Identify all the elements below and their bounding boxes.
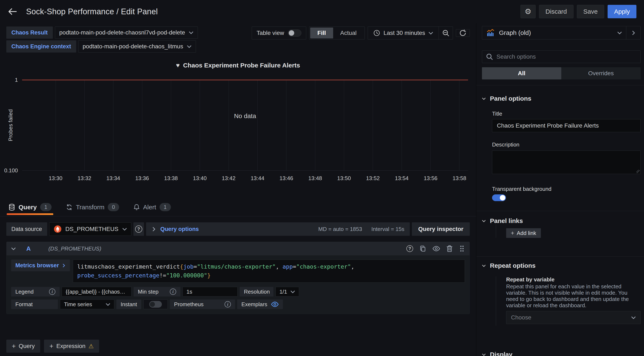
min-step-label: Min step [134,287,180,297]
resolution-label: Resolution [240,287,274,297]
options-search-input[interactable] [496,53,637,60]
promql-query-input[interactable]: litmuschaos_experiment_verdict{job="litm… [73,260,465,283]
gridline [459,80,460,171]
save-button[interactable]: Save [577,5,604,18]
time-range-picker[interactable]: Last 30 minutes [368,27,438,39]
add-link-button[interactable]: Add link [506,228,541,238]
table-view-toggle[interactable] [288,29,302,36]
fill-option[interactable]: Fill [310,27,333,38]
chevron-down-icon [122,228,127,230]
repeat-options-section-header[interactable]: Repeat options [482,262,641,269]
top-navbar: Sock-Shop Performance / Edit Panel Disca… [0,0,644,23]
format-select[interactable]: Time series [60,300,114,309]
y-axis-tick-label: 0.100 [4,167,18,174]
toggle-visibility-icon[interactable] [432,245,440,252]
tab-count-badge: 1 [160,203,171,211]
active-tab-underline [7,213,53,215]
query-help-icon[interactable] [406,245,413,252]
variable-value-dropdown[interactable]: podtato-main-pod-delete-chaos_litmus [78,40,196,52]
alert-threshold-line [22,80,468,80]
add-expression-button[interactable]: Expression [44,340,99,353]
query-options-bar[interactable]: Query options MD = auto = 1853 Interval … [146,222,410,236]
tab-count-badge: 0 [108,203,119,211]
discard-button[interactable]: Discard [539,5,574,18]
delete-query-icon[interactable] [446,245,453,252]
tab-label: Query [18,204,37,211]
promql-token: job [183,263,194,270]
duplicate-query-icon[interactable] [420,245,426,252]
promql-token: probe_success_percentage [77,272,159,279]
actual-option[interactable]: Actual [333,27,364,38]
tab-count-badge: 1 [40,203,52,211]
editor-tabs: Query 1 Transform 0 Alert 1 [0,198,476,216]
chevron-down-icon [290,290,295,293]
promql-token: = [194,263,197,270]
collapse-sidebar-button[interactable] [626,26,640,39]
query-inspector-button[interactable]: Query inspector [412,222,470,236]
instant-toggle[interactable] [149,301,162,308]
promql-token: "chaos-exporter" [296,263,351,270]
tab-alert[interactable]: Alert 1 [132,198,172,216]
help-icon [135,225,142,233]
panel-title-text: Chaos Experiment Probe Failure Alerts [183,62,300,69]
visualization-picker: Graph (old) [482,26,641,39]
dashboard-variable: Chaos Result podtato-main-pod-delete-cha… [6,26,198,39]
repeat-by-variable-label: Repeat by variable [506,276,641,283]
query-options-summary: MD = auto = 1853 Interval = 15s [318,226,404,232]
repeat-variable-select[interactable]: Choose [506,311,641,324]
datasource-picker[interactable]: DS_PROMETHEUS [49,222,131,236]
legend-format-input[interactable] [62,287,132,297]
gridline [402,80,402,171]
time-range-label: Last 30 minutes [384,30,425,36]
format-label: Format [11,300,58,309]
drag-handle-icon[interactable] [459,245,465,252]
display-section-header[interactable]: Display [482,351,641,356]
add-query-button[interactable]: Query [6,340,40,353]
legend-options-row: Legend Min step Resolution 1/1 [11,287,465,297]
promql-token: "litmus/chaos-exporter" [197,263,276,270]
min-step-input[interactable] [182,287,238,297]
time-range-control: Last 30 minutes [368,26,453,39]
tab-transform[interactable]: Transform 0 [64,198,121,216]
panel-settings-button[interactable] [520,5,536,18]
metrics-browser-button[interactable]: Metrics browser [11,260,70,271]
collapse-chevron-icon[interactable] [11,247,16,250]
transparent-background-toggle[interactable] [492,194,506,201]
tab-overrides[interactable]: Overrides [561,67,641,79]
exemplars-eye-icon[interactable] [271,301,279,308]
tab-query[interactable]: Query 1 [7,198,53,216]
datasource-label: Data source [6,222,47,236]
y-axis-title: Probes failed [7,109,14,141]
options-search [482,50,641,63]
panel-options-section-header[interactable]: Panel options [482,95,641,102]
chart-plot-area[interactable]: No data 1 0.100 Probes failed 13:3013:32… [22,80,468,171]
back-button[interactable] [8,7,17,16]
title-label: Title [492,111,641,117]
resolution-select[interactable]: 1/1 [276,287,299,297]
info-icon [170,289,176,295]
panel-links-section-header[interactable]: Panel links [482,217,641,224]
panel-title-input[interactable] [492,119,641,132]
chevron-down-icon [189,31,194,34]
promql-token: { [180,263,183,270]
panel-options-sidebar: Graph (old) All Overrides Panel options … [476,23,644,356]
visualization-select[interactable]: Graph (old) [482,26,626,39]
gridline [142,80,142,171]
query-ref-id[interactable]: A [26,245,31,252]
apply-button[interactable]: Apply [608,5,636,18]
chevron-down-icon [482,220,486,222]
datasource-help-button[interactable] [134,222,144,236]
database-icon [8,204,15,211]
promql-token: , [351,263,354,270]
repeat-description: Repeat this panel for each value in the … [506,283,641,309]
gridline [373,80,373,171]
zoom-out-button[interactable] [439,27,453,39]
variable-value-dropdown[interactable]: podtato-main-pod-delete-chaosnl7vd-pod-d… [55,26,198,39]
chevron-down-icon [482,264,486,267]
panel-description-textarea[interactable] [492,151,641,174]
gridline [56,80,56,171]
tab-all[interactable]: All [482,67,561,79]
format-options-row: Format Time series Instant Prometheus [11,300,465,309]
gridline [286,80,286,171]
refresh-button[interactable] [456,29,470,37]
